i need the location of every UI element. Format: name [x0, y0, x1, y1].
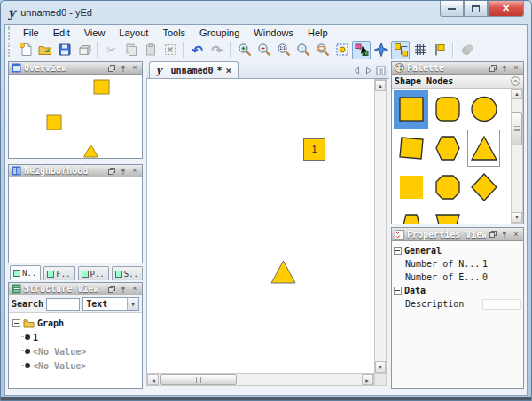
overview-header[interactable]: Overview × [9, 62, 142, 75]
tree-node-row[interactable]: 1 [12, 330, 142, 344]
menu-grouping[interactable]: Grouping [193, 27, 246, 39]
collapse-expander-icon[interactable] [394, 287, 402, 295]
property-value-field[interactable] [482, 299, 521, 310]
cut-button[interactable]: ✂ [102, 41, 121, 59]
maximize-button[interactable] [464, 1, 488, 17]
tab-folder-contents[interactable]: F.. [43, 266, 74, 280]
menu-help[interactable]: Help [301, 27, 334, 39]
menu-tools[interactable]: Tools [156, 27, 192, 39]
property-row[interactable]: Description [394, 297, 521, 311]
canvas-vertical-scrollbar[interactable]: ▲ ▼ [374, 79, 387, 373]
collapse-section-icon[interactable] [511, 76, 520, 86]
menu-windows[interactable]: Windows [247, 27, 300, 39]
tab-neighborhood[interactable]: N.. [10, 265, 41, 280]
property-row[interactable]: Number of N... 1 [394, 257, 521, 271]
tree-root-row[interactable]: Graph [12, 316, 142, 330]
pin-icon[interactable] [119, 167, 128, 176]
float-icon[interactable] [489, 64, 497, 73]
pin-icon[interactable] [119, 285, 128, 294]
scroll-thumb[interactable] [512, 112, 522, 145]
menu-edit[interactable]: Edit [47, 27, 76, 39]
palette-shape-triangle[interactable] [466, 129, 501, 168]
palette-shape-parallelogram[interactable] [394, 129, 428, 168]
shape-nodes-section-header[interactable]: Shape Nodes [392, 75, 523, 89]
undo-button[interactable]: ↶ [188, 41, 207, 59]
menu-layout[interactable]: Layout [113, 27, 154, 39]
palette-shape-ellipse[interactable] [466, 90, 501, 129]
edit-mode-button[interactable] [352, 41, 371, 59]
tree-node-row[interactable]: <No Value> [12, 358, 142, 373]
navigation-mode-button[interactable] [372, 41, 390, 59]
float-icon[interactable] [107, 64, 116, 73]
close-panel-icon[interactable]: × [512, 64, 520, 73]
document-tab[interactable]: y unnamed0 * × [149, 61, 239, 78]
tree-node-row[interactable]: <No Value> [12, 344, 142, 358]
overview-canvas[interactable] [9, 75, 142, 158]
scroll-down-icon[interactable]: ▼ [375, 361, 386, 373]
scroll-track[interactable] [237, 374, 362, 385]
palette-shape-trapezoid2[interactable] [430, 207, 465, 224]
copy-button[interactable] [121, 41, 140, 59]
palette-shape-hexagon[interactable] [430, 129, 465, 168]
property-group-general[interactable]: General [394, 244, 521, 257]
palette-shape-plain-rectangle[interactable] [394, 168, 428, 207]
scroll-left-icon[interactable]: ◀ [147, 374, 159, 385]
float-icon[interactable] [107, 167, 116, 176]
palette-shape-rectangle[interactable] [394, 90, 428, 129]
export-button[interactable] [74, 41, 93, 59]
paste-button[interactable] [141, 41, 160, 59]
zoom-fit-button[interactable] [293, 41, 312, 59]
tab-close-icon[interactable]: × [226, 66, 232, 75]
close-panel-icon[interactable]: × [130, 64, 139, 73]
scroll-track[interactable] [512, 145, 522, 212]
pin-icon[interactable] [119, 64, 128, 73]
scroll-up-icon[interactable]: ▲ [375, 80, 386, 91]
scroll-down-icon[interactable]: ▼ [512, 212, 522, 223]
grid-button[interactable] [411, 41, 429, 59]
graph-canvas[interactable]: 1 [146, 79, 374, 373]
palette-header[interactable]: Palette × [392, 62, 523, 75]
zoom-actual-button[interactable]: 1:1 [274, 41, 293, 59]
fit-node-button[interactable] [332, 41, 351, 59]
close-panel-icon[interactable]: × [130, 285, 139, 294]
graph-node-triangle[interactable] [270, 260, 296, 284]
snap-lines-button[interactable] [391, 41, 410, 59]
zoom-in-button[interactable] [235, 41, 254, 59]
save-button[interactable] [55, 41, 74, 59]
float-icon[interactable] [489, 230, 497, 239]
next-tab-icon[interactable] [364, 67, 372, 75]
property-group-data[interactable]: Data [394, 284, 521, 297]
layout-run-button[interactable] [458, 41, 476, 59]
close-button[interactable]: ✕ [488, 1, 524, 17]
scroll-thumb[interactable] [160, 374, 237, 385]
scroll-track[interactable] [375, 91, 386, 361]
property-row[interactable]: Number of E... 0 [394, 271, 521, 284]
tab-successors[interactable]: S.. [112, 266, 143, 280]
filter-dropdown[interactable]: Text ▼ [82, 297, 139, 311]
float-icon[interactable] [107, 285, 116, 294]
redo-button[interactable]: ↷ [207, 41, 226, 59]
canvas-horizontal-scrollbar[interactable]: ◀ ▶ [146, 373, 374, 386]
structure-tree[interactable]: Graph 1 <No Value> <No Value> [9, 313, 142, 388]
label-tool-button[interactable] [430, 41, 449, 59]
tab-predecessors[interactable]: P.. [78, 266, 109, 280]
zoom-out-button[interactable] [254, 41, 273, 59]
structure-header[interactable]: Structure View × [9, 283, 142, 295]
pin-icon[interactable] [500, 64, 509, 73]
open-button[interactable] [35, 41, 54, 59]
collapse-expander-icon[interactable] [394, 247, 402, 255]
palette-shape-round-rectangle[interactable] [430, 90, 465, 129]
new-button[interactable] [16, 41, 35, 59]
neighborhood-header[interactable]: Neighborhood × [9, 165, 142, 177]
pin-icon[interactable] [500, 230, 509, 239]
zoom-selection-button[interactable] [313, 41, 332, 59]
close-panel-icon[interactable]: × [512, 230, 520, 239]
palette-shape-diamond[interactable] [466, 168, 501, 207]
search-input[interactable] [46, 298, 80, 311]
scroll-up-icon[interactable]: ▲ [512, 89, 522, 99]
properties-header[interactable]: Properties View × [392, 228, 523, 241]
prev-tab-icon[interactable] [353, 67, 361, 75]
palette-scrollbar[interactable]: ▲ ▼ [511, 88, 523, 224]
palette-shape-trapezoid[interactable] [394, 207, 428, 224]
tab-list-icon[interactable] [376, 66, 386, 75]
